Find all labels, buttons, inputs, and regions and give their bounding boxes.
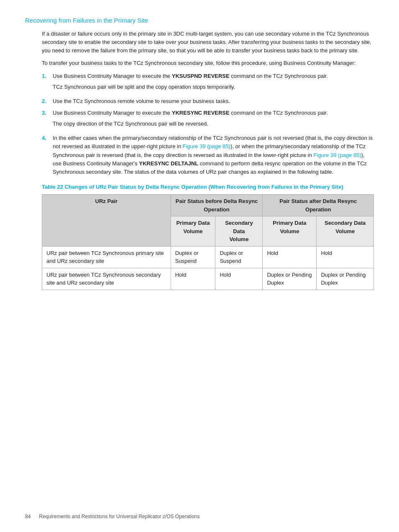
list-item-3: 3. Use Business Continuity Manager to ex… xyxy=(42,109,374,131)
step-content-3: Use Business Continuity Manager to execu… xyxy=(53,109,374,131)
step-content-1: Use Business Continuity Manager to execu… xyxy=(53,72,374,94)
row2-after-secondary: Duplex or Pending Duplex xyxy=(317,268,374,290)
step-num-2: 2. xyxy=(42,97,49,105)
list-item-1: 1. Use Business Continuity Manager to ex… xyxy=(42,72,374,94)
col-header-after-primary: Primary DataVolume xyxy=(263,216,317,247)
step1-command: YKSUSPND REVERSE xyxy=(172,73,230,79)
col-header-urz-pair: URz Pair xyxy=(42,195,171,247)
row2-before-primary: Hold xyxy=(171,268,215,290)
step4-link1[interactable]: Figure 39 (page 85) xyxy=(183,143,230,149)
step2-text: Use the TCz Synchronous remote volume to… xyxy=(53,98,230,104)
footer: 84 Requirements and Restrictions for Uni… xyxy=(25,514,374,519)
step3-text-before: Use Business Continuity Manager to execu… xyxy=(53,110,172,116)
col-header-before-primary: Primary DataVolume xyxy=(171,216,215,247)
step4-command: YKRESYNC DELTAJNL xyxy=(139,160,198,167)
row2-urz-pair: URz pair between TCz Synchronous seconda… xyxy=(42,268,171,290)
page-title: Recovering from Failures in the Primary … xyxy=(25,17,374,24)
row1-after-primary: Hold xyxy=(263,246,317,268)
step-num-3: 3. xyxy=(42,109,49,131)
row1-after-secondary: Hold xyxy=(317,246,374,268)
row1-urz-pair: URz pair between TCz Synchronous primary… xyxy=(42,246,171,268)
footer-page-num: 84 xyxy=(25,514,31,519)
row2-after-primary: Duplex or Pending Duplex xyxy=(263,268,317,290)
table-header-row1: URz Pair Pair Status before Delta Resync… xyxy=(42,195,374,216)
list-item-2: 2. Use the TCz Synchronous remote volume… xyxy=(42,97,374,105)
col-header-after: Pair Status after Delta ResyncOperation xyxy=(263,195,374,216)
step3-sub: The copy direction of the TCz Synchronou… xyxy=(53,120,374,128)
steps-list: 1. Use Business Continuity Manager to ex… xyxy=(42,72,374,176)
col-header-after-secondary: Secondary DataVolume xyxy=(317,216,374,247)
row2-before-secondary: Hold xyxy=(215,268,263,290)
step1-sub: TCz Synchronous pair will be split and t… xyxy=(53,83,374,91)
list-item-4: 4. In the either cases when the primary/… xyxy=(42,134,374,176)
step-content-2: Use the TCz Synchronous remote volume to… xyxy=(53,97,374,105)
urz-pair-table: URz Pair Pair Status before Delta Resync… xyxy=(42,194,374,290)
step3-command: YKRESYNC REVERSE xyxy=(172,110,230,116)
col-header-before-secondary: Secondary DataVolume xyxy=(215,216,263,247)
step1-text-after: command on the TCz Synchronous pair. xyxy=(230,73,328,79)
row1-before-secondary: Duplex or Suspend xyxy=(215,246,263,268)
table-row: URz pair between TCz Synchronous seconda… xyxy=(42,268,374,290)
row1-before-primary: Duplex or Suspend xyxy=(171,246,215,268)
table-caption: Table 22 Changes of URz Pair Status by D… xyxy=(42,183,374,191)
step-num-4: 4. xyxy=(42,134,49,176)
step-num-1: 1. xyxy=(42,72,49,94)
step4-link2[interactable]: Figure 39 (page 85) xyxy=(314,152,361,158)
intro-paragraph-1: If a disaster or failure occurs only in … xyxy=(42,30,374,55)
step-content-4: In the either cases when the primary/sec… xyxy=(53,134,374,176)
table-row: URz pair between TCz Synchronous primary… xyxy=(42,246,374,268)
step3-text-after: command on the TCz Synchronous pair. xyxy=(230,110,328,116)
footer-text: Requirements and Restrictions for Univer… xyxy=(39,514,200,519)
step1-text-before: Use Business Continuity Manager to execu… xyxy=(53,73,172,79)
intro-paragraph-2: To transfer your business tasks to the T… xyxy=(42,59,374,67)
col-header-before: Pair Status before Delta ResyncOperation xyxy=(171,195,263,216)
